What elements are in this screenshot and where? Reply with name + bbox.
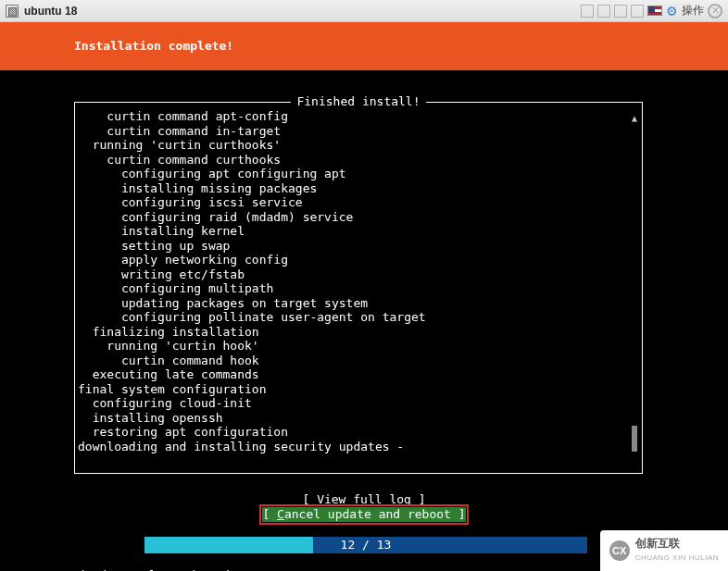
log-line: curtin command curthooks (78, 153, 630, 168)
log-line: restoring apt configuration (78, 425, 630, 440)
log-line: writing etc/fstab (78, 267, 630, 282)
log-box-title: Finished install! (291, 94, 425, 109)
log-line: downloading and installing security upda… (78, 440, 630, 454)
screen-mode-icon-2[interactable] (597, 5, 610, 18)
vm-controls: ⚙ 操作 ✕ (581, 3, 722, 19)
log-line: installing kernel (78, 224, 630, 239)
install-header: Installation complete! (0, 22, 728, 70)
vm-titlebar: ▧ ubuntu 18 ⚙ 操作 ✕ (0, 0, 728, 22)
log-line: configuring apt configuring apt (78, 167, 630, 181)
log-line: updating packages on target system (78, 296, 630, 311)
watermark-text: 创新互联 (635, 537, 680, 550)
log-line: curtin command apt-config (78, 109, 630, 124)
progress-text: 12 / 13 (341, 538, 392, 552)
scrollbar-up-icon[interactable]: ▲ (632, 111, 637, 126)
log-line: configuring cloud-init (78, 396, 630, 411)
log-line: apply networking config (78, 253, 630, 267)
scrollbar-thumb[interactable] (632, 426, 637, 452)
screen-mode-icon-1[interactable] (581, 5, 594, 18)
log-line: finalizing installation (78, 325, 630, 340)
console: Installation complete! Finished install!… (0, 22, 728, 571)
log-line: setting up swap (78, 239, 630, 254)
screen-mode-icon-3[interactable] (614, 5, 627, 18)
log-line: installing openssh (78, 411, 630, 426)
progress-bar: 12 / 13 (144, 537, 587, 553)
log-line: executing late commands (78, 367, 630, 382)
vm-icon: ▧ (6, 5, 19, 18)
log-output: curtin command apt-config curtin command… (78, 109, 630, 468)
action-menu[interactable]: 操作 (682, 3, 704, 19)
vm-window: ▧ ubuntu 18 ⚙ 操作 ✕ Installation complete… (0, 0, 728, 571)
install-header-text: Installation complete! (74, 39, 233, 54)
log-line: curtin command hook (78, 354, 630, 368)
watermark-sub: CHUANG XIN HULIAN (635, 551, 719, 565)
log-line: curtin command in-target (78, 124, 630, 139)
log-line: installing missing packages (78, 181, 630, 196)
screen-mode-icon-4[interactable] (631, 5, 644, 18)
cancel-update-and-reboot-button[interactable]: [ Cancel update and reboot ] (262, 507, 465, 522)
log-box: Finished install! ▲ curtin command apt-c… (74, 94, 643, 474)
close-icon[interactable]: ✕ (708, 4, 722, 19)
watermark-logo-icon: CX (609, 540, 630, 561)
gear-icon[interactable]: ⚙ (666, 5, 678, 18)
log-line: running 'curtin curthooks' (78, 138, 630, 153)
log-box-title-row: Finished install! (74, 94, 643, 109)
vm-title: ubuntu 18 (24, 5, 581, 18)
log-line: final system configuration (78, 382, 630, 397)
keyboard-layout-flag-icon[interactable] (647, 6, 662, 16)
view-full-log-button[interactable]: [ View full log ] (302, 492, 425, 507)
log-line: running 'curtin hook' (78, 339, 630, 354)
log-line: configuring multipath (78, 281, 630, 296)
buttons-area: [ View full log ] [ Cancel update and re… (0, 492, 728, 522)
log-line: configuring iscsi service (78, 195, 630, 210)
log-line: configuring pollinate user-agent on targ… (78, 310, 630, 325)
progress-fill (144, 537, 313, 553)
watermark: CX 创新互联 CHUANG XIN HULIAN (600, 530, 728, 571)
log-line: configuring raid (mdadm) service (78, 210, 630, 225)
